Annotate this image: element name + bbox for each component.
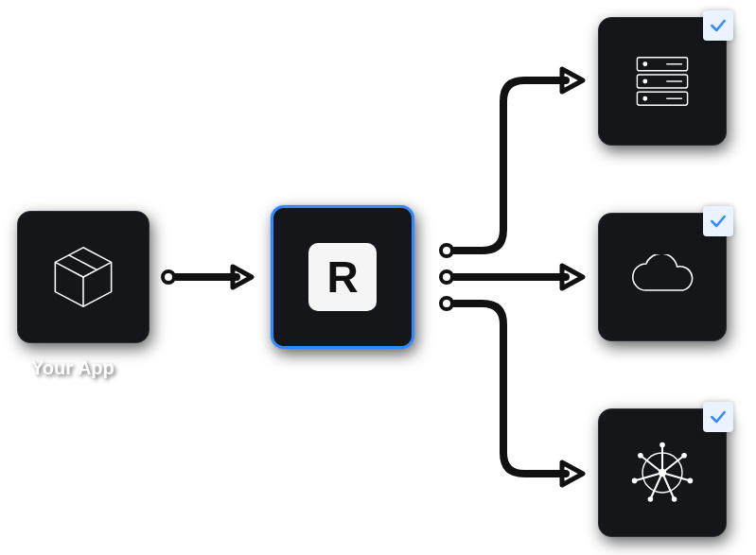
node-runtime: R	[271, 205, 414, 349]
node-your-app	[17, 211, 149, 343]
svg-point-24	[659, 442, 665, 448]
check-icon	[709, 212, 728, 231]
node-target-cloud	[598, 213, 727, 341]
svg-point-28	[648, 496, 654, 502]
check-badge	[703, 402, 733, 432]
svg-point-4	[441, 298, 452, 309]
node-target-server	[598, 17, 727, 146]
check-icon	[709, 408, 728, 426]
svg-line-22	[635, 473, 662, 480]
connector-fanout	[426, 43, 596, 515]
svg-point-3	[441, 271, 452, 283]
check-badge	[703, 10, 733, 41]
connector-app-to-runtime	[159, 263, 258, 291]
svg-line-20	[662, 473, 675, 499]
svg-point-27	[672, 496, 677, 502]
kubernetes-icon	[629, 440, 695, 506]
cloud-icon	[625, 254, 699, 300]
svg-point-10	[643, 79, 647, 83]
node-target-kubernetes	[598, 408, 727, 537]
svg-point-25	[681, 453, 687, 459]
node-your-app-label: Your App	[31, 357, 114, 379]
svg-point-2	[441, 245, 452, 256]
svg-point-29	[632, 478, 638, 484]
svg-point-11	[643, 96, 647, 100]
r-logo: R	[308, 243, 377, 311]
svg-point-30	[638, 453, 643, 459]
svg-point-26	[688, 478, 694, 484]
svg-line-19	[662, 473, 690, 480]
diagram-canvas: Your App R	[0, 0, 756, 555]
package-icon	[46, 240, 120, 314]
svg-line-21	[650, 473, 662, 499]
check-badge	[703, 206, 733, 236]
r-logo-letter: R	[326, 251, 358, 303]
check-icon	[709, 16, 728, 35]
svg-point-0	[163, 271, 174, 283]
svg-point-9	[643, 62, 647, 66]
server-icon	[629, 48, 695, 114]
